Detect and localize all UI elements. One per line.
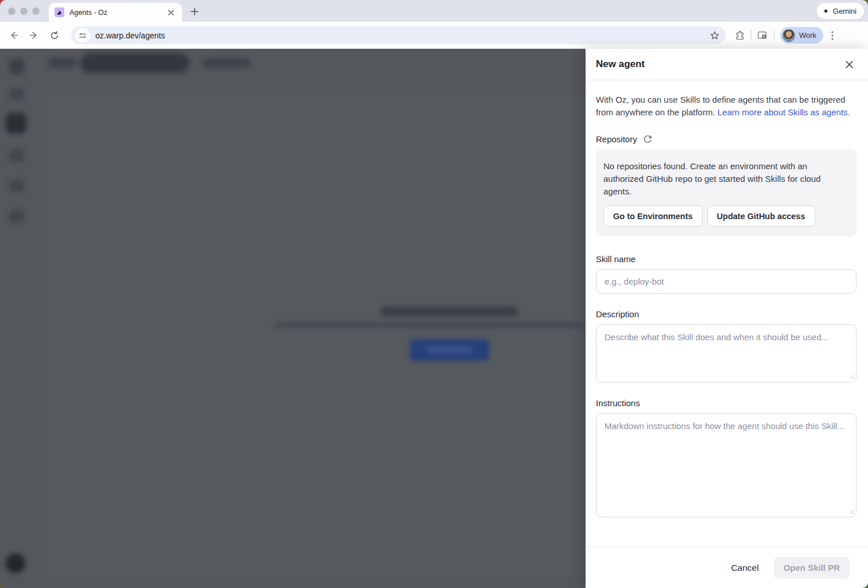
app-tab-selected[interactable] (80, 53, 189, 73)
gemini-button[interactable]: ✦ Gemini (817, 3, 864, 19)
drawer-intro-text: With Oz, you can use Skills to define ag… (596, 94, 857, 119)
skill-name-input[interactable] (596, 269, 857, 294)
bookmark-star-icon[interactable] (710, 30, 720, 41)
repository-label: Repository (596, 134, 637, 144)
page-content: New agent With Oz, you can use Skills to… (0, 49, 868, 588)
reload-button[interactable] (46, 27, 63, 44)
browser-tab-strip: Agents - Oz ✦ Gemini (0, 0, 868, 22)
drawer-title: New agent (596, 59, 842, 70)
profile-label: Work (799, 31, 816, 40)
address-bar[interactable]: oz.warp.dev/agents (71, 26, 726, 44)
gemini-label: Gemini (833, 7, 857, 15)
drawer-footer: Cancel Open Skill PR (586, 547, 868, 588)
sidebar-item-icon[interactable] (9, 88, 24, 100)
extensions-icon[interactable] (735, 30, 745, 41)
close-icon[interactable] (842, 57, 857, 72)
tab-close-icon[interactable] (166, 7, 176, 18)
learn-more-link[interactable]: Learn more about Skills as agents. (718, 107, 850, 117)
update-github-access-button[interactable]: Update GitHub access (707, 205, 815, 227)
instructions-textarea[interactable] (596, 413, 857, 517)
go-to-environments-button[interactable]: Go to Environments (603, 205, 703, 227)
empty-state-subtitle-blob (274, 322, 584, 328)
agents-list-container (46, 95, 586, 577)
browser-menu-icon[interactable] (831, 31, 834, 40)
browser-toolbar: oz.warp.dev/agents (0, 22, 868, 49)
repository-actions: Go to Environments Update GitHub access (603, 205, 849, 227)
skill-name-label-row: Skill name (596, 254, 857, 264)
description-textarea[interactable] (596, 324, 857, 383)
skill-name-label: Skill name (596, 254, 636, 264)
forward-button[interactable] (25, 27, 42, 44)
profile-avatar (782, 29, 795, 42)
minimize-window-button[interactable] (20, 7, 28, 15)
new-agent-drawer: New agent With Oz, you can use Skills to… (586, 49, 868, 588)
browser-tab[interactable]: Agents - Oz (49, 3, 182, 22)
back-button[interactable] (5, 27, 22, 44)
repository-empty-message: No repositories found. Create an environ… (603, 160, 849, 198)
site-info-icon[interactable] (75, 28, 90, 43)
toolbar-divider (774, 30, 774, 40)
close-window-button[interactable] (8, 7, 16, 15)
app-logo-icon (9, 59, 24, 74)
url-text[interactable]: oz.warp.dev/agents (95, 31, 710, 40)
sidebar-user-avatar[interactable] (6, 554, 25, 573)
tab-title: Agents - Oz (69, 9, 166, 17)
drawer-header: New agent (586, 49, 868, 80)
toolbar-right-cluster: Work (735, 27, 834, 44)
repository-empty-box: No repositories found. Create an environ… (596, 149, 857, 236)
app-tab-other[interactable] (203, 58, 251, 68)
open-skill-pr-button[interactable]: Open Skill PR (774, 557, 850, 579)
oz-favicon-icon (55, 7, 64, 17)
description-field-wrap (596, 324, 857, 383)
description-label: Description (596, 309, 639, 319)
app-sidebar (0, 49, 37, 588)
instructions-label-row: Instructions (596, 398, 857, 408)
sidebar-item-icon[interactable] (9, 180, 24, 192)
profile-button[interactable]: Work (780, 27, 823, 44)
repository-label-row: Repository (596, 134, 857, 144)
zoom-window-button[interactable] (32, 7, 40, 15)
cancel-button[interactable]: Cancel (731, 563, 758, 573)
sidebar-item-icon[interactable] (9, 210, 24, 223)
refresh-repositories-icon[interactable] (642, 134, 653, 144)
description-label-row: Description (596, 309, 857, 319)
instructions-field-wrap (596, 413, 857, 517)
empty-state-title-blob (381, 307, 518, 316)
blurred-app-background (0, 49, 586, 588)
sidebar-item-icon[interactable] (9, 149, 24, 162)
toolbar-divider (751, 30, 751, 40)
app-tab-agents[interactable] (48, 58, 78, 68)
new-tab-button[interactable] (188, 5, 201, 18)
traffic-lights[interactable] (8, 7, 40, 15)
instructions-label: Instructions (596, 398, 640, 408)
dimmed-page-overlay[interactable] (0, 49, 586, 588)
browser-window: Agents - Oz ✦ Gemini (0, 0, 868, 588)
empty-state-create-button[interactable] (410, 339, 489, 361)
empty-state-button-label-blob (426, 346, 473, 353)
tab-search-icon[interactable] (757, 30, 768, 40)
drawer-body: With Oz, you can use Skills to define ag… (586, 80, 868, 547)
sidebar-item-agents-active[interactable] (6, 113, 26, 134)
gemini-spark-icon: ✦ (823, 7, 829, 15)
